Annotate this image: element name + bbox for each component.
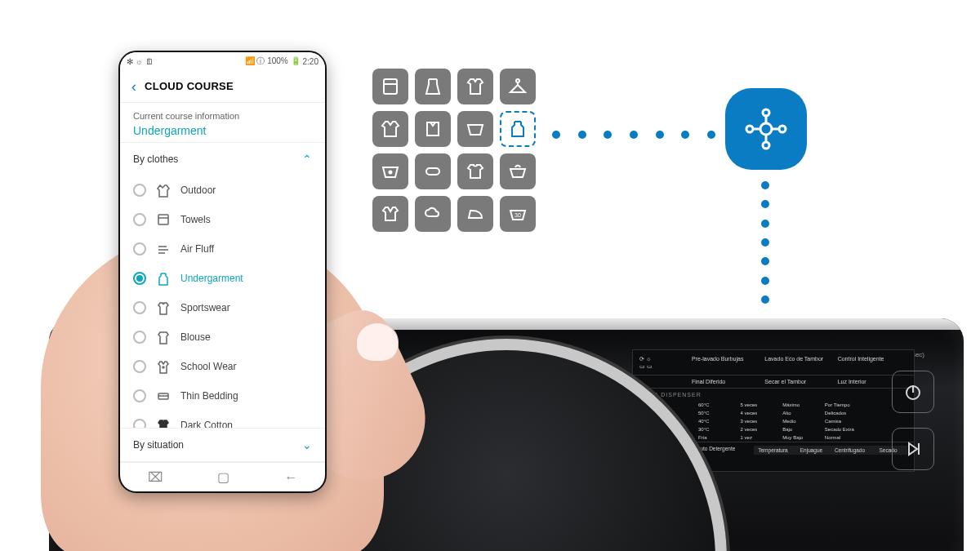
radio-icon bbox=[133, 213, 146, 226]
nav-recent-icon[interactable]: ⌧ bbox=[148, 469, 163, 485]
chevron-down-icon: ⌄ bbox=[302, 438, 312, 451]
disp-icons: ⟳ ☼▭ ▭ bbox=[639, 355, 688, 370]
school-icon bbox=[156, 359, 171, 374]
svg-point-7 bbox=[763, 109, 769, 116]
status-left-icons: ✻ ☼ 🗓 bbox=[127, 57, 154, 66]
expander-clothes-label: By clothes bbox=[133, 153, 178, 165]
option-undergarment[interactable]: Undergarment bbox=[120, 264, 325, 293]
option-label: Outdoor bbox=[180, 184, 216, 196]
expander-situation-label: By situation bbox=[133, 439, 184, 451]
tile-tee[interactable] bbox=[457, 153, 493, 189]
tile-wash-temp[interactable]: 30 bbox=[500, 196, 536, 232]
bed-icon bbox=[156, 389, 171, 403]
radio-icon bbox=[133, 331, 146, 344]
svg-point-6 bbox=[760, 123, 772, 135]
smartthings-hub-icon bbox=[725, 88, 807, 170]
towel-icon bbox=[156, 212, 171, 227]
darktee-icon bbox=[156, 418, 171, 428]
option-label: Blouse bbox=[180, 331, 211, 343]
current-course-value: Undergarment bbox=[133, 124, 312, 137]
radio-icon bbox=[133, 360, 146, 373]
nav-back-icon[interactable]: ← bbox=[284, 470, 297, 485]
chevron-up-icon: ⌃ bbox=[302, 153, 312, 166]
option-blouse[interactable]: Blouse bbox=[120, 322, 325, 352]
foot-rinse[interactable]: Enjuague bbox=[792, 446, 831, 455]
nav-home-icon[interactable]: ▢ bbox=[217, 469, 229, 485]
connection-dots-horizontal bbox=[552, 131, 715, 139]
svg-point-21 bbox=[163, 367, 164, 368]
option-thin-bedding[interactable]: Thin Bedding bbox=[120, 381, 325, 411]
clothes-option-list: OutdoorTowelsAir FluffUndergarmentSports… bbox=[120, 176, 325, 428]
svg-rect-19 bbox=[158, 215, 168, 224]
tile-basin[interactable] bbox=[457, 111, 493, 147]
option-towels[interactable]: Towels bbox=[120, 205, 325, 234]
blouse-icon bbox=[156, 330, 171, 344]
shirt-icon bbox=[156, 300, 171, 315]
tile-shirt[interactable] bbox=[457, 69, 493, 104]
option-school-wear[interactable]: School Wear bbox=[120, 352, 325, 381]
option-label: Thin Bedding bbox=[180, 390, 238, 402]
power-start-buttons bbox=[892, 371, 934, 470]
disp-r2-a[interactable]: Final Diferido bbox=[692, 379, 761, 384]
option-label: School Wear bbox=[180, 361, 236, 372]
air-icon bbox=[156, 242, 171, 256]
radio-icon bbox=[133, 242, 146, 256]
svg-point-8 bbox=[763, 142, 769, 149]
current-course-block: Current course information Undergarment bbox=[120, 103, 325, 142]
svg-point-9 bbox=[746, 126, 753, 132]
option-label: Dark Cotton bbox=[180, 420, 233, 428]
expander-by-situation[interactable]: By situation ⌄ bbox=[120, 428, 325, 462]
disp-r2-b[interactable]: Secar el Tambor bbox=[764, 379, 834, 384]
radio-icon bbox=[133, 419, 146, 428]
option-label: Air Fluff bbox=[180, 243, 214, 255]
option-outdoor[interactable]: Outdoor bbox=[120, 176, 325, 205]
svg-text:30: 30 bbox=[514, 212, 521, 218]
foot-temp[interactable]: Temperatura bbox=[754, 446, 792, 455]
radio-icon bbox=[133, 389, 146, 402]
smartphone: ✻ ☼ 🗓 📶 ⓘ 100% 🔋 2:20 ‹ CLOUD COURSE Cur… bbox=[118, 51, 327, 493]
disp-r1-a[interactable]: Pre-lavado Burbujas bbox=[692, 355, 761, 370]
option-air-fluff[interactable]: Air Fluff bbox=[120, 234, 325, 264]
radio-icon bbox=[133, 272, 146, 285]
tile-wash-hand[interactable] bbox=[500, 153, 536, 189]
status-right-icons: 📶 ⓘ 100% 🔋 bbox=[245, 56, 301, 67]
foot-spin[interactable]: Centrifugado bbox=[831, 446, 869, 455]
disp-r1-c[interactable]: Control Inteligente bbox=[838, 355, 907, 370]
svg-point-2 bbox=[516, 79, 519, 82]
svg-point-10 bbox=[779, 126, 786, 132]
tile-hanger[interactable] bbox=[500, 69, 536, 104]
start-pause-button[interactable] bbox=[892, 428, 934, 470]
power-button[interactable] bbox=[892, 371, 934, 413]
android-nav-bar: ⌧ ▢ ← bbox=[120, 462, 325, 491]
radio-icon bbox=[133, 301, 146, 314]
back-icon[interactable]: ‹ bbox=[131, 79, 136, 94]
jacket-icon bbox=[156, 183, 171, 198]
tank-icon bbox=[156, 271, 171, 286]
svg-marker-17 bbox=[909, 443, 917, 455]
option-sportswear[interactable]: Sportswear bbox=[120, 293, 325, 322]
tile-iron[interactable] bbox=[457, 196, 493, 232]
tile-tank-active[interactable] bbox=[500, 111, 536, 147]
status-bar: ✻ ☼ 🗓 📶 ⓘ 100% 🔋 2:20 bbox=[120, 52, 325, 70]
option-label: Undergarment bbox=[180, 273, 243, 284]
disp-r1-b[interactable]: Lavado Eco de Tambor bbox=[764, 355, 834, 370]
option-label: Towels bbox=[180, 214, 211, 225]
expander-by-clothes[interactable]: By clothes ⌃ bbox=[120, 142, 325, 176]
connection-dots-vertical bbox=[761, 181, 769, 304]
app-header: ‹ CLOUD COURSE bbox=[120, 70, 325, 103]
status-time: 2:20 bbox=[303, 57, 318, 66]
app-title: CLOUD COURSE bbox=[145, 80, 234, 92]
phone-screen: ✻ ☼ 🗓 📶 ⓘ 100% 🔋 2:20 ‹ CLOUD COURSE Cur… bbox=[120, 52, 325, 491]
auto-dispenser-label: AUTO DISPENSER bbox=[633, 389, 914, 401]
current-course-hint: Current course information bbox=[133, 111, 312, 121]
foot-detergent[interactable]: Auto Detergente bbox=[697, 446, 754, 455]
radio-icon bbox=[133, 184, 146, 197]
option-label: Sportswear bbox=[180, 302, 230, 313]
option-dark-cotton[interactable]: Dark Cotton bbox=[120, 411, 325, 428]
